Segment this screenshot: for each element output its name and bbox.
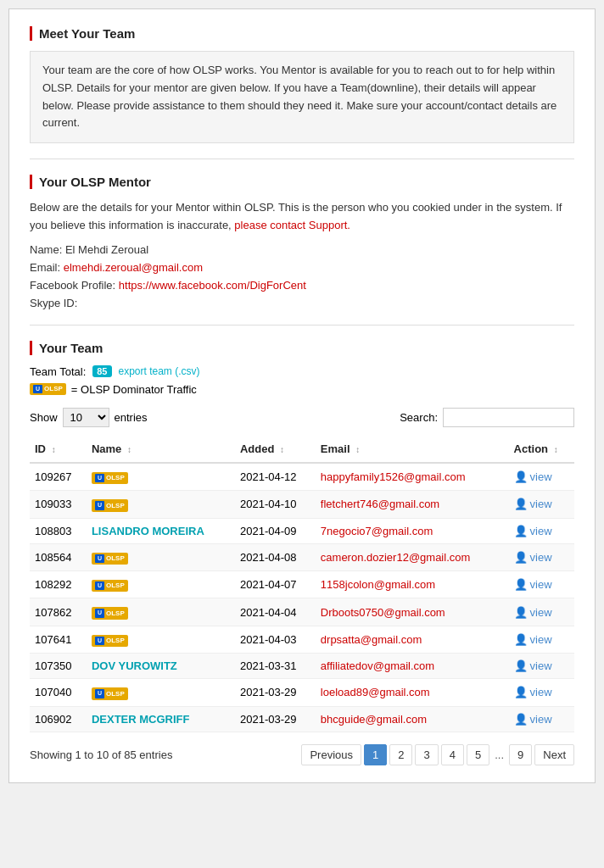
cell-name: UOLSP	[87, 491, 235, 518]
name-link[interactable]: LISANDRO MOREIRA	[92, 525, 204, 537]
pagination-row: Showing 1 to 10 of 85 entries Previous 1…	[30, 744, 574, 765]
user-icon: 👤	[514, 633, 528, 646]
cell-name: DOV YUROWITZ	[87, 654, 235, 679]
cell-added: 2021-04-09	[235, 518, 316, 543]
user-icon: 👤	[514, 498, 528, 510]
cell-name: UOLSP	[87, 679, 235, 706]
prev-button[interactable]: Previous	[301, 744, 361, 765]
name-link[interactable]: DEXTER MCGRIFF	[92, 713, 190, 726]
email-link[interactable]: drpsatta@gmail.com	[321, 633, 422, 646]
email-link[interactable]: happyfamily1526@gmail.com	[321, 470, 466, 483]
mentor-title: Your OLSP Mentor	[30, 175, 574, 189]
cell-email: bhcguide@gmail.com	[316, 706, 509, 732]
mentor-section: Your OLSP Mentor Below are the details f…	[30, 175, 574, 309]
cell-action: 👤 view	[509, 626, 574, 653]
export-link[interactable]: export team (.csv)	[119, 365, 200, 377]
cell-action: 👤 view	[509, 463, 574, 491]
email-link[interactable]: affiliatedov@gmail.com	[321, 659, 434, 672]
view-link[interactable]: 👤 view	[514, 551, 569, 564]
cell-id: 108292	[30, 570, 87, 598]
view-link[interactable]: 👤 view	[514, 659, 569, 672]
cell-id: 107350	[30, 654, 87, 679]
view-link[interactable]: 👤 view	[514, 713, 569, 726]
table-row: 108292UOLSP2021-04-071158jcolon@gmail.co…	[30, 570, 574, 598]
cell-email: fletchert746@gmail.com	[316, 491, 509, 518]
mentor-skype-field: Skype ID:	[30, 297, 574, 309]
entries-select[interactable]: 10 25 50 100	[63, 408, 109, 427]
table-header-row: ID ↕ Name ↕ Added ↕ Email ↕ Action ↕	[30, 436, 574, 463]
cell-name: UOLSP	[87, 626, 235, 653]
cell-id: 109267	[30, 463, 87, 491]
cell-email: affiliatedov@gmail.com	[316, 654, 509, 679]
user-icon: 👤	[514, 551, 528, 564]
page-3-button[interactable]: 3	[415, 744, 438, 765]
email-link[interactable]: cameron.dozier12@gmail.com	[321, 551, 471, 564]
search-input[interactable]	[443, 408, 574, 427]
view-link[interactable]: 👤 view	[514, 578, 569, 591]
cell-email: drpsatta@gmail.com	[316, 626, 509, 653]
cell-name: LISANDRO MOREIRA	[87, 518, 235, 543]
user-icon: 👤	[514, 686, 528, 698]
email-link[interactable]: fletchert746@gmail.com	[321, 498, 439, 510]
user-icon: 👤	[514, 578, 528, 591]
team-title: Your Team	[30, 341, 574, 355]
page-1-button[interactable]: 1	[364, 744, 387, 765]
contact-support-link[interactable]: please contact Support.	[234, 219, 350, 231]
olsp-tag: UOLSP	[30, 383, 66, 395]
col-email: Email ↕	[316, 436, 509, 463]
view-link[interactable]: 👤 view	[514, 686, 569, 698]
view-link[interactable]: 👤 view	[514, 525, 569, 537]
cell-added: 2021-03-29	[235, 706, 316, 732]
cell-email: loeload89@gmail.com	[316, 679, 509, 706]
table-row: 108564UOLSP2021-04-08cameron.dozier12@gm…	[30, 543, 574, 570]
mentor-facebook-link[interactable]: https://www.facebook.com/DigForCent	[119, 279, 306, 292]
cell-added: 2021-04-08	[235, 543, 316, 570]
cell-added: 2021-03-31	[235, 654, 316, 679]
table-row: 107040UOLSP2021-03-29loeload89@gmail.com…	[30, 679, 574, 706]
show-entries: Show 10 25 50 100 entries	[30, 408, 148, 427]
view-link[interactable]: 👤 view	[514, 498, 569, 510]
pagination: Previous 1 2 3 4 5 ... 9 Next	[301, 744, 574, 765]
intro-text-box: Your team are the core of how OLSP works…	[30, 51, 574, 143]
olsp-name-badge: UOLSP	[92, 553, 128, 565]
email-link[interactable]: bhcguide@gmail.com	[321, 713, 427, 726]
user-icon: 👤	[514, 606, 528, 619]
email-link[interactable]: 7negocio7@gmail.com	[321, 525, 433, 537]
divider-1	[30, 159, 574, 159]
team-section: Your Team Team Total: 85 export team (.c…	[30, 341, 574, 765]
page-5-button[interactable]: 5	[467, 744, 489, 765]
name-link[interactable]: DOV YUROWITZ	[92, 659, 177, 672]
page-4-button[interactable]: 4	[441, 744, 464, 765]
olsp-badge-row: UOLSP = OLSP Dominator Traffic	[30, 383, 574, 396]
cell-action: 👤 view	[509, 491, 574, 518]
page-container: Meet Your Team Your team are the core of…	[8, 8, 596, 783]
showing-text: Showing 1 to 10 of 85 entries	[30, 748, 172, 761]
cell-action: 👤 view	[509, 679, 574, 706]
page-2-button[interactable]: 2	[389, 744, 412, 765]
page-9-button[interactable]: 9	[509, 744, 532, 765]
table-row: 107862UOLSP2021-04-04Drboots0750@gmail.c…	[30, 598, 574, 626]
email-link[interactable]: 1158jcolon@gmail.com	[321, 578, 435, 591]
cell-added: 2021-03-29	[235, 679, 316, 706]
cell-action: 👤 view	[509, 706, 574, 732]
table-row: 108803LISANDRO MOREIRA2021-04-097negocio…	[30, 518, 574, 543]
next-button[interactable]: Next	[534, 744, 574, 765]
view-link[interactable]: 👤 view	[514, 470, 569, 483]
col-action: Action ↕	[509, 436, 574, 463]
email-link[interactable]: Drboots0750@gmail.com	[321, 606, 445, 619]
cell-email: happyfamily1526@gmail.com	[316, 463, 509, 491]
mentor-facebook-field: Facebook Profile: https://www.facebook.c…	[30, 279, 574, 292]
cell-email: 7negocio7@gmail.com	[316, 518, 509, 543]
email-link[interactable]: loeload89@gmail.com	[321, 686, 430, 698]
cell-action: 👤 view	[509, 654, 574, 679]
cell-action: 👤 view	[509, 543, 574, 570]
mentor-email-link[interactable]: elmehdi.zeroual@gmail.com	[64, 261, 203, 274]
view-link[interactable]: 👤 view	[514, 606, 569, 619]
team-count-badge: 85	[92, 365, 111, 377]
view-link[interactable]: 👤 view	[514, 633, 569, 646]
cell-action: 👤 view	[509, 598, 574, 626]
cell-id: 108564	[30, 543, 87, 570]
olsp-name-badge: UOLSP	[92, 499, 128, 511]
table-row: 109033UOLSP2021-04-10fletchert746@gmail.…	[30, 491, 574, 518]
cell-email: 1158jcolon@gmail.com	[316, 570, 509, 598]
